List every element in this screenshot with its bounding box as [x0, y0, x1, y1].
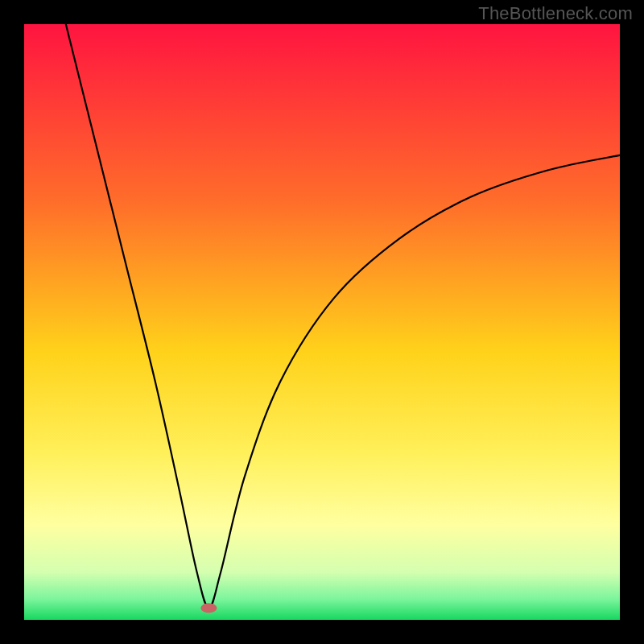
- chart-svg: [24, 24, 620, 620]
- chart-background-gradient: [24, 24, 620, 620]
- vertex-marker: [200, 603, 217, 613]
- watermark-text: TheBottleneck.com: [478, 3, 633, 24]
- plot-frame: [24, 24, 620, 620]
